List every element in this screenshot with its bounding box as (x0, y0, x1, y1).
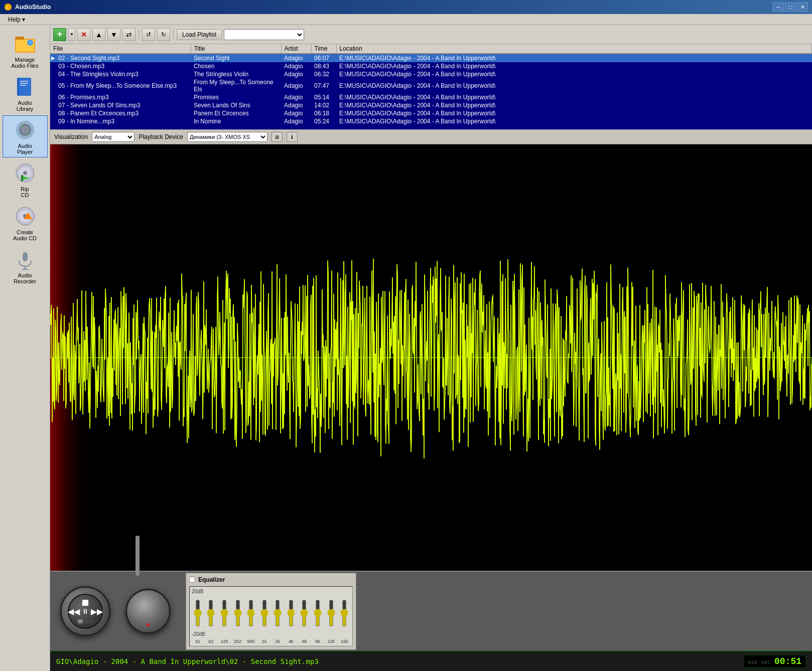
eq-slider[interactable] (261, 599, 268, 627)
table-row[interactable]: 06 - Promises.mp3 Promises Adagio 05:14 … (50, 93, 812, 101)
eq-band-col (272, 598, 284, 628)
eq-slider[interactable] (274, 599, 281, 627)
eq-freq-label: 62 (205, 639, 217, 644)
transport-wheel[interactable]: ◀◀ ⏸ ▶▶ (60, 586, 110, 636)
eq-slider[interactable] (207, 599, 214, 627)
add-button[interactable]: + (53, 28, 66, 41)
status-bar: GIO\Adagio - 2004 - A Band In Upperworld… (50, 651, 812, 671)
sidebar-item-rip-cd-label: Rip CD (21, 186, 29, 198)
svg-rect-3 (15, 37, 24, 40)
viz-select[interactable]: AnalogDigitalSpectrumOscilloscope (92, 132, 134, 142)
minimize-button[interactable]: ─ (773, 3, 784, 12)
time-display: min sec 00:51 (744, 655, 806, 668)
sidebar-item-audio-player[interactable]: ♫ ♪ Audio Player (3, 115, 48, 157)
waveform-canvas (50, 144, 812, 571)
svg-rect-11 (20, 85, 26, 86)
move-up-button[interactable]: ▲ (92, 28, 105, 41)
remove-button[interactable]: ✕ (77, 28, 90, 41)
eq-slider[interactable] (288, 599, 295, 627)
table-row[interactable]: 07 - Seven Lands Of Sins.mp3 Seven Lands… (50, 101, 812, 109)
viz-settings-button[interactable]: ⊞ (272, 132, 283, 142)
eq-slider[interactable] (234, 599, 241, 627)
equalizer-container: 20dB -20dB 31621252525001k2k4k6k9k12k16k (189, 586, 353, 646)
table-row[interactable]: 04 - The Stringless Violin.mp3 The Strin… (50, 70, 812, 78)
waveform-area (50, 144, 812, 571)
shuffle-button[interactable]: ⇄ (122, 28, 136, 41)
table-row[interactable]: 03 - Chosen.mp3 Chosen Adagio 08:43 E:\M… (50, 62, 812, 70)
maximize-button[interactable]: □ (785, 3, 796, 12)
playlist-area[interactable]: File Title Artist Time Location ▶02 - Se… (50, 44, 812, 129)
table-row[interactable]: 08 - Panem Et Circences.mp3 Panem Et Cir… (50, 109, 812, 117)
equalizer-label[interactable]: Equalizer (198, 576, 225, 583)
prev-button[interactable]: ◀◀ (68, 607, 80, 616)
sidebar-item-manage-audio[interactable]: ? Manage Audio Files (3, 29, 48, 71)
svg-text:♪: ♪ (6, 5, 9, 10)
eq-slider[interactable] (314, 599, 321, 627)
sidebar-item-audio-recorder-label: Audio Recorder (14, 272, 36, 284)
sidebar-item-create-audio-cd[interactable]: Create Audio CD (3, 202, 48, 244)
sidebar-item-audio-recorder[interactable]: Audio Recorder (3, 245, 48, 287)
menu-help[interactable]: Help ▾ (4, 15, 29, 24)
col-time[interactable]: Time (311, 44, 336, 54)
eq-slider[interactable] (221, 599, 228, 627)
playback-device-label: Playback Device (139, 133, 183, 140)
equalizer-checkbox[interactable] (189, 577, 195, 583)
eq-slider[interactable] (301, 599, 308, 627)
move-down-button[interactable]: ▼ (107, 28, 120, 41)
volume-knob[interactable] (125, 589, 171, 634)
playlist-table: File Title Artist Time Location ▶02 - Se… (50, 44, 812, 125)
eq-freq-label: 125 (218, 639, 230, 644)
eq-freq-label: 500 (245, 639, 257, 644)
eq-freq-label: 9k (312, 639, 324, 644)
sidebar-item-create-audio-cd-label: Create Audio CD (13, 229, 37, 241)
eq-band-col (299, 598, 311, 628)
table-row[interactable]: 05 - From My Sleep...To Someone Else.mp3… (50, 78, 812, 93)
stop-button[interactable] (82, 600, 88, 606)
eq-freq-label: 31 (192, 639, 204, 644)
eq-slider[interactable] (247, 599, 254, 627)
pause-button[interactable]: ⏸ (82, 607, 89, 615)
repeat-all-button[interactable]: ↻ (157, 28, 170, 41)
book-icon (13, 75, 37, 99)
eq-band-col (218, 598, 230, 628)
next-button[interactable]: ▶▶ (91, 607, 103, 616)
eq-slider[interactable] (328, 599, 335, 627)
sidebar-item-audio-player-label: Audio Player (17, 143, 33, 155)
svg-rect-26 (23, 252, 28, 261)
sidebar-item-rip-cd[interactable]: Rip CD (3, 158, 48, 201)
play-indicator-dot (78, 619, 83, 623)
sidebar-item-manage-audio-label: Manage Audio Files (11, 57, 38, 69)
svg-text:♫: ♫ (19, 121, 25, 129)
svg-text:?: ? (29, 41, 32, 45)
repeat-button[interactable]: ↺ (142, 28, 155, 41)
close-button[interactable]: ✕ (797, 3, 808, 12)
playlist-dropdown[interactable] (224, 29, 304, 40)
col-artist[interactable]: Artist (281, 44, 311, 54)
viz-info-button[interactable]: ℹ (287, 132, 298, 142)
col-title[interactable]: Title (191, 44, 281, 54)
playback-device-select[interactable]: Динамики (3- XMOS XS (187, 132, 267, 142)
eq-band-col (338, 598, 350, 628)
eq-band-col (325, 598, 337, 628)
status-path: GIO\Adagio - 2004 - A Band In Upperworld… (56, 657, 319, 665)
eq-freq-label: 252 (232, 639, 244, 644)
load-playlist-button[interactable]: Load Playlist (177, 29, 222, 40)
app-icon: ♪ (4, 3, 12, 11)
sidebar-item-audio-library[interactable]: Audio Library (3, 72, 48, 114)
col-location[interactable]: Location (336, 44, 812, 54)
toolbar: + ▼ ✕ ▲ ▼ ⇄ ↺ ↻ Load Playlist (50, 25, 812, 44)
title-bar: ♪ AudioStudio ─ □ ✕ (0, 0, 812, 14)
eq-slider[interactable] (341, 599, 348, 627)
table-row[interactable]: ▶02 - Second Sight.mp3 Second Sight Adag… (50, 54, 812, 62)
eq-freq-label: 4k (285, 639, 297, 644)
cd-icon (13, 161, 37, 185)
eq-band-col (245, 598, 257, 628)
add-dropdown-button[interactable]: ▼ (68, 28, 75, 41)
svg-rect-9 (20, 81, 28, 82)
col-file[interactable]: File (50, 44, 191, 54)
create-cd-icon (13, 204, 37, 228)
table-row[interactable]: 09 - In Nomine...mp3 In Nomine Adagio 05… (50, 117, 812, 125)
eq-slider[interactable] (194, 599, 201, 627)
time-sec-label: sec (761, 659, 770, 665)
app-title: AudioStudio (15, 4, 51, 11)
